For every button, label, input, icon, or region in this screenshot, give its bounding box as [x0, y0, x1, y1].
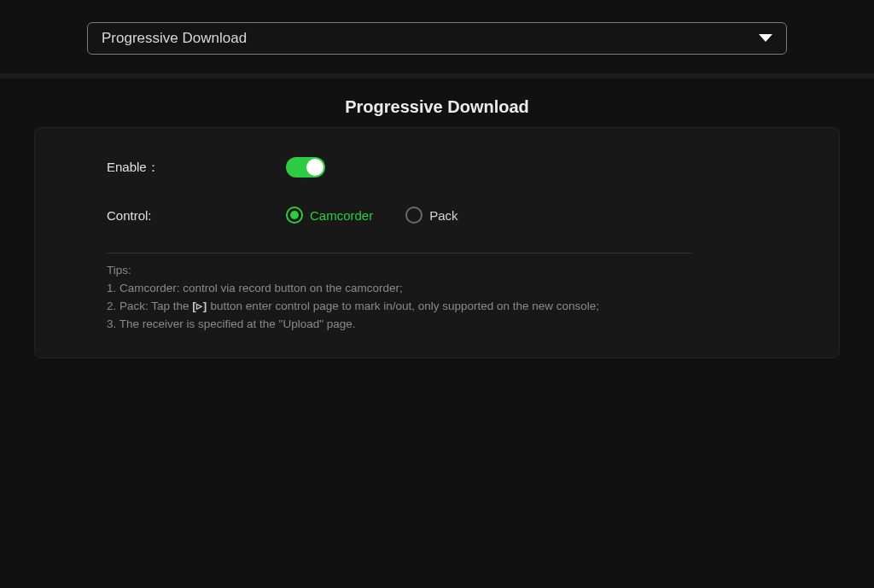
control-radio-group: Camcorder Pack — [286, 207, 458, 224]
tips-header: Tips: — [107, 262, 788, 280]
play-bracket-icon: [▹] — [192, 300, 207, 312]
radio-pack[interactable]: Pack — [405, 207, 457, 224]
enable-toggle[interactable] — [286, 157, 325, 178]
chevron-down-icon — [759, 34, 772, 43]
enable-label: Enable： — [107, 160, 286, 176]
tips-line-2: 2. Pack: Tap the [▹] button enter contro… — [107, 298, 788, 316]
radio-icon-selected — [286, 207, 303, 224]
control-label: Control: — [107, 208, 286, 223]
radio-icon-unselected — [405, 207, 422, 224]
radio-label-pack: Pack — [429, 208, 457, 223]
settings-panel: Enable： Control: Camcorder Pack Tips: 1.… — [34, 127, 840, 358]
top-bar: Progressive Download — [0, 0, 874, 73]
header-divider — [0, 73, 874, 79]
control-row: Control: Camcorder Pack — [107, 207, 788, 224]
svg-marker-0 — [759, 34, 772, 42]
panel-divider — [107, 253, 692, 253]
mode-select-value: Progressive Download — [102, 30, 247, 47]
tips-line-1: 1. Camcorder: control via record button … — [107, 280, 788, 298]
enable-row: Enable： — [107, 157, 788, 178]
page-title: Progressive Download — [0, 97, 874, 117]
tips-block: Tips: 1. Camcorder: control via record b… — [107, 262, 788, 334]
toggle-knob — [306, 159, 323, 176]
tips-line-3: 3. The receiver is specified at the "Upl… — [107, 316, 788, 334]
radio-camcorder[interactable]: Camcorder — [286, 207, 373, 224]
mode-select[interactable]: Progressive Download — [87, 22, 787, 55]
radio-label-camcorder: Camcorder — [310, 208, 373, 223]
